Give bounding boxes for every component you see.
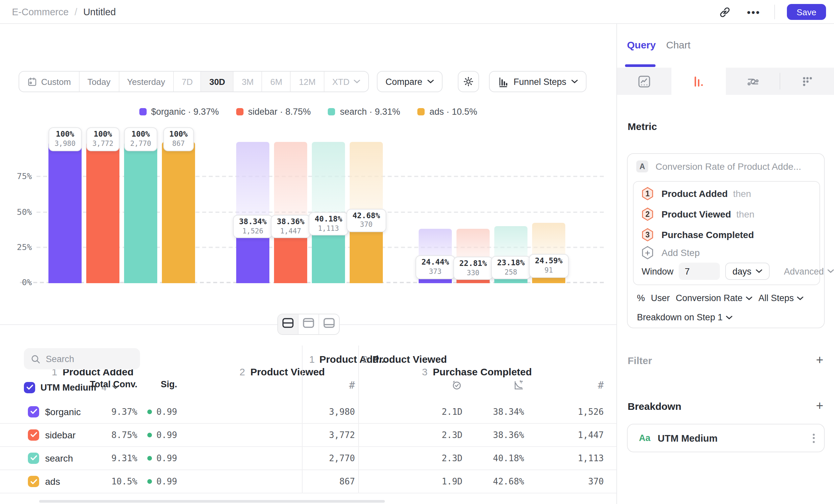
table-row-sidebar[interactable]: sidebar8.75%0.993,7722.3D38.36%1,447 [0, 423, 616, 446]
bar-value-label: 100%3,980 [48, 128, 81, 151]
table-row-search[interactable]: search9.31%0.992,7702.3D40.18%1,113 [0, 447, 616, 470]
advanced-dropdown[interactable]: Advanced [784, 266, 834, 276]
table-group-header-step2[interactable]: 2 Product Viewed [362, 353, 447, 365]
steps-scope-dropdown[interactable]: All Steps [759, 293, 804, 303]
settings-gear-button[interactable] [458, 71, 479, 92]
tab-query[interactable]: Query [627, 24, 656, 65]
table-row-organic[interactable]: $organic9.37%0.993,9802.1D38.34%1,526 [0, 400, 616, 423]
range-xtd[interactable]: XTD [325, 72, 368, 92]
avg-time-icon[interactable] [451, 379, 462, 395]
sig-value: 0.99 [147, 453, 177, 463]
bar-step2-search[interactable]: 40.18%1,113 [312, 142, 345, 283]
table-row-ads[interactable]: ads10.5%0.998671.9D42.68%370 [0, 470, 616, 494]
row-checkbox[interactable] [28, 406, 39, 417]
row-checkbox[interactable] [28, 429, 39, 440]
horizontal-scrollbar[interactable] [39, 500, 385, 503]
range-12m[interactable]: 12M [291, 72, 325, 92]
range-7d[interactable]: 7D [174, 72, 201, 92]
step2-count: 1,113 [578, 453, 604, 463]
bar-step3-organic[interactable]: 24.44%373 [419, 142, 452, 283]
total-conv-header[interactable]: Total Conv. [90, 379, 137, 395]
table-search[interactable] [24, 348, 140, 369]
entity-label[interactable]: User [651, 293, 670, 303]
range-today[interactable]: Today [80, 72, 119, 92]
bar-step2-ads[interactable]: 42.68%370 [350, 142, 383, 283]
bar-step1-search[interactable]: 100%2,770 [124, 142, 157, 283]
more-menu-icon[interactable]: ••• [745, 3, 762, 21]
step2-conv-rate: 40.18% [493, 453, 524, 463]
legend-item-organic[interactable]: $organic · 9.37% [139, 107, 219, 117]
legend-item-sidebar[interactable]: sidebar · 8.75% [236, 107, 311, 117]
row-checkbox[interactable] [28, 476, 39, 487]
bar-value-label: 100%3,772 [86, 128, 119, 151]
range-custom[interactable]: Custom [19, 72, 80, 92]
save-button[interactable]: Save [787, 4, 826, 20]
window-value-input[interactable] [679, 262, 720, 280]
top-header: E-Commerce / Untitled ••• Save [0, 0, 834, 24]
count-icon-step1[interactable]: # [349, 379, 355, 395]
bar-step1-ads[interactable]: 100%867 [162, 142, 195, 283]
bar-step3-ads[interactable]: 24.59%91 [532, 142, 565, 283]
table-only-view-button[interactable] [319, 314, 339, 334]
bar-step2-organic[interactable]: 38.34%1,526 [236, 142, 269, 283]
compare-button[interactable]: Compare [377, 71, 442, 92]
bar-step3-search[interactable]: 23.18%258 [494, 142, 527, 283]
share-link-icon[interactable] [716, 3, 733, 21]
bar-step1-sidebar[interactable]: 100%3,772 [86, 142, 119, 283]
count-icon-step2[interactable]: # [598, 379, 604, 395]
bar-step2-sidebar[interactable]: 38.36%1,447 [274, 142, 307, 283]
breadcrumb-current[interactable]: Untitled [83, 7, 116, 17]
bar-value-label: 24.44%373 [415, 256, 455, 279]
chart-view-label: Funnel Steps [513, 76, 566, 87]
report-area: CustomTodayYesterday7D30D3M6M12MXTD Comp… [0, 24, 616, 504]
sig-header[interactable]: Sig. [160, 379, 177, 395]
legend-item-ads[interactable]: ads · 10.5% [417, 107, 477, 117]
metric-type-dropdown[interactable]: Conversion Rate [676, 293, 752, 303]
breakdown-item-card[interactable]: Aa UTM Medium [627, 424, 825, 452]
add-filter-button[interactable]: + [816, 353, 824, 366]
split-view-button[interactable] [278, 314, 299, 334]
legend-item-search[interactable]: search · 9.31% [328, 107, 400, 117]
step2-count: 1,526 [578, 407, 604, 416]
window-unit-label: days [732, 266, 751, 276]
step1-count: 2,770 [329, 453, 355, 463]
bar-fill [124, 142, 157, 283]
row-label: sidebar [45, 429, 75, 440]
conv-rate-icon[interactable]: % [513, 379, 524, 395]
range-30d[interactable]: 30D [201, 72, 234, 92]
add-breakdown-button[interactable]: + [816, 399, 824, 412]
range-yesterday[interactable]: Yesterday [119, 72, 174, 92]
bar-fill [86, 142, 119, 283]
breakdown-on-dropdown[interactable]: Breakdown on Step 1 [637, 312, 732, 322]
range-6m[interactable]: 6M [262, 72, 291, 92]
bar-step1-organic[interactable]: 100%3,980 [48, 142, 82, 283]
app: E-Commerce / Untitled ••• Save CustomTod… [0, 0, 834, 504]
metric-title-row[interactable]: A Conversion Rate of Product Adde... [636, 160, 801, 173]
query-step-3[interactable]: 3Purchase Completed [642, 228, 754, 242]
tab-chart[interactable]: Chart [666, 24, 690, 65]
breadcrumb-parent[interactable]: E-Commerce [12, 7, 69, 17]
chart-type-retention[interactable] [780, 68, 834, 95]
funnel-icon [692, 74, 706, 89]
query-step-1[interactable]: 1Product Addedthen [642, 187, 751, 200]
chart-only-view-button[interactable] [299, 314, 319, 334]
chart-view-selector[interactable]: Funnel Steps [489, 71, 586, 92]
bar-value-label: 100%867 [163, 128, 193, 151]
chart-type-flows[interactable] [726, 68, 780, 95]
range-3m[interactable]: 3M [234, 72, 262, 92]
search-input[interactable] [46, 354, 125, 364]
window-unit-select[interactable]: days [725, 262, 769, 280]
y-tick-25: 25% [5, 242, 32, 252]
chart-toolbar: CustomTodayYesterday7D30D3M6M12MXTD Comp… [0, 71, 616, 92]
row-checkbox[interactable] [28, 453, 39, 464]
bar-value-label: 40.18%1,113 [309, 212, 348, 236]
chart-type-funnel[interactable] [672, 68, 726, 95]
breakdown-options-icon[interactable] [813, 433, 815, 443]
metric-card: A Conversion Rate of Product Adde... 1Pr… [627, 153, 825, 328]
add-step-row[interactable]: + Add Step [642, 246, 700, 259]
split-view-icon [282, 318, 294, 331]
bar-step3-sidebar[interactable]: 22.81%330 [457, 142, 490, 283]
query-step-2[interactable]: 2Product Viewedthen [642, 208, 754, 221]
select-all-checkbox[interactable] [24, 382, 35, 393]
chart-type-insights[interactable] [617, 68, 672, 95]
